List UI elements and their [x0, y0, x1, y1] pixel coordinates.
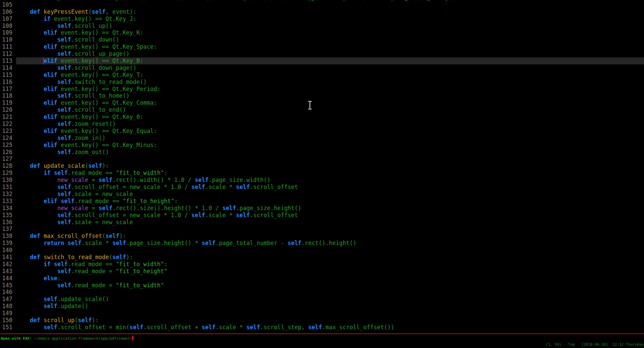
code-line-text[interactable]: self.zoom_reset(): [16, 120, 644, 128]
code-line[interactable]: 106 def keyPressEvent(self, event):: [0, 8, 644, 15]
code-line[interactable]: 110 self.scroll_down(): [0, 36, 644, 43]
code-line-text[interactable]: elif event.key() == Qt.Key_Minus:: [16, 142, 644, 149]
code-line[interactable]: 114 self.scroll_down_page(): [0, 64, 644, 71]
code-line[interactable]: 138 def max_scroll_offset(self):: [0, 233, 644, 240]
code-line[interactable]: 121 elif event.key() == Qt.Key_0:: [0, 113, 644, 120]
code-line-text[interactable]: self.scroll_offset = new_scale * 1.0 / s…: [16, 212, 644, 219]
code-line[interactable]: 119 elif event.key() == Qt.Key_Comma:: [0, 99, 644, 106]
code-line[interactable]: 117 elif event.key() == Qt.Key_Period:: [0, 86, 644, 93]
code-line[interactable]: 125 elif event.key() == Qt.Key_Minus:: [0, 142, 644, 149]
code-line[interactable]: 118 self.scroll_to_home(): [0, 92, 644, 99]
code-line[interactable]: 135 self.scroll_offset = new_scale * 1.0…: [0, 212, 644, 219]
line-number: 150: [0, 317, 16, 324]
code-line[interactable]: 137: [0, 226, 644, 233]
code-line[interactable]: 151 self.scroll_offset = min(self.scroll…: [0, 324, 644, 331]
code-line-text[interactable]: elif event.key() == Qt.Key_T:: [16, 71, 644, 79]
code-line-text[interactable]: elif event.key() == Qt.Key_Period:: [16, 86, 644, 93]
code-line[interactable]: 124 self.zoom_in(): [0, 135, 644, 142]
code-line[interactable]: 145 self.read_mode = "fit_to_width": [0, 282, 644, 289]
code-line[interactable]: 132 self.scale = new_scale: [0, 191, 644, 198]
code-line[interactable]: 147 self.update_scale(): [0, 296, 644, 303]
code-line-text[interactable]: new_scale = self.rect().width() * 1.0 / …: [16, 177, 644, 184]
code-line-text[interactable]: self.zoom_in(): [16, 135, 644, 142]
code-line-text[interactable]: new_scale = self.rect().size().height() …: [16, 205, 644, 212]
code-line[interactable]: 122 self.zoom_reset(): [0, 120, 644, 128]
code-line[interactable]: 127: [0, 155, 644, 162]
code-line-text[interactable]: elif event.key() == Qt.Key_B:: [16, 57, 644, 64]
line-number: 136: [0, 219, 16, 226]
code-line-text[interactable]: self.scroll_down_page(): [16, 64, 644, 71]
code-line[interactable]: 150 def scroll_up(self):: [0, 317, 644, 324]
code-line-text[interactable]: elif event.key() == Qt.Key_0:: [16, 113, 644, 120]
code-line-text[interactable]: self.scroll_to_end(): [16, 106, 644, 113]
code-line[interactable]: 107 if event.key() == Qt.Key_J:: [0, 15, 644, 22]
code-line-text[interactable]: self.scroll_down(): [16, 36, 644, 43]
code-line-text[interactable]: def switch_to_read_mode(self):: [16, 254, 644, 261]
code-line[interactable]: 113 elif event.key() == Qt.Key_B:: [0, 57, 644, 64]
code-area[interactable]: painter.drawPixmap(QRect((self.rect().wi…: [0, 0, 644, 331]
code-line-text[interactable]: self.read_mode = "fit_to_width": [16, 282, 644, 289]
code-line[interactable]: 115 elif event.key() == Qt.Key_T:: [0, 71, 644, 79]
code-line-text[interactable]: return self.scale * self.page_size.heigh…: [16, 240, 644, 247]
code-line[interactable]: 141 def switch_to_read_mode(self):: [0, 254, 644, 261]
code-line[interactable]: 140: [0, 247, 644, 254]
code-line[interactable]: 142 if self.read_mode == "fit_to_width":: [0, 261, 644, 268]
code-line-text[interactable]: if self.read_mode == "fit_to_width":: [16, 169, 644, 177]
code-line-text[interactable]: self.read_mode = "fit_to_height": [16, 268, 644, 275]
code-line-text[interactable]: if event.key() == Qt.Key_J:: [16, 15, 644, 22]
code-line[interactable]: 131 self.scroll_offset = new_scale * 1.0…: [0, 184, 644, 191]
code-line[interactable]: 144 else:: [0, 275, 644, 282]
code-line-text[interactable]: [16, 247, 644, 254]
code-line[interactable]: 139 return self.scale * self.page_size.h…: [0, 240, 644, 247]
code-line[interactable]: 116 self.switch_to_read_mode(): [0, 79, 644, 86]
code-line[interactable]: 130 new_scale = self.rect().width() * 1.…: [0, 177, 644, 184]
code-line-text[interactable]: [16, 226, 644, 233]
code-line-text[interactable]: if self.read_mode == "fit_to_width":: [16, 261, 644, 268]
code-line[interactable]: 149: [0, 310, 644, 317]
code-line-text[interactable]: def max_scroll_offset(self):: [16, 233, 644, 240]
code-line-text[interactable]: else:: [16, 275, 644, 282]
code-line[interactable]: 136 self.scale = new_scale: [0, 219, 644, 226]
code-line[interactable]: 108 self.scroll_up(): [0, 22, 644, 30]
minibuffer[interactable]: Open with EAF: ~/emacs-application-frame…: [1, 336, 134, 342]
code-line[interactable]: 109 elif event.key() == Qt.Key_K:: [0, 29, 644, 36]
code-line-text[interactable]: self.scroll_up_page(): [16, 50, 644, 57]
code-line-text[interactable]: elif event.key() == Qt.Key_K:: [16, 29, 644, 36]
code-line-text[interactable]: self.switch_to_read_mode(): [16, 79, 644, 86]
code-line[interactable]: 146: [0, 289, 644, 296]
code-line-text[interactable]: elif event.key() == Qt.Key_Comma:: [16, 99, 644, 106]
code-line[interactable]: 105: [0, 1, 644, 8]
code-line-text[interactable]: [16, 1, 644, 8]
code-line-text[interactable]: self.scroll_offset = min(self.scroll_off…: [16, 324, 644, 331]
code-line[interactable]: 126 self.zoom_out(): [0, 149, 644, 156]
code-line-text[interactable]: elif event.key() == Qt.Key_Space:: [16, 43, 644, 50]
code-line-text[interactable]: self.zoom_out(): [16, 149, 644, 156]
code-line[interactable]: 128 def update_scale(self):: [0, 162, 644, 169]
code-line[interactable]: 133 elif self.read_mode == "fit_to_heigh…: [0, 198, 644, 205]
code-line[interactable]: 148 self.update(): [0, 303, 644, 310]
code-line-text[interactable]: elif event.key() == Qt.Key_Equal:: [16, 128, 644, 135]
code-line-text[interactable]: self.update_scale(): [16, 296, 644, 303]
minibuffer-input[interactable]: ~/emacs-application-framework/app/pdfvie…: [34, 336, 132, 341]
code-line-text[interactable]: def keyPressEvent(self, event):: [16, 8, 644, 15]
code-line-text[interactable]: self.scroll_to_home(): [16, 92, 644, 99]
code-line-text[interactable]: self.update(): [16, 303, 644, 310]
code-line[interactable]: 129 if self.read_mode == "fit_to_width":: [0, 169, 644, 177]
code-line-text[interactable]: self.scroll_up(): [16, 22, 644, 30]
code-line-text[interactable]: def scroll_up(self):: [16, 317, 644, 324]
code-line-text[interactable]: def update_scale(self):: [16, 162, 644, 169]
code-line-text[interactable]: [16, 155, 644, 162]
code-line[interactable]: 120 self.scroll_to_end(): [0, 106, 644, 113]
code-line-text[interactable]: self.scroll_offset = new_scale * 1.0 / s…: [16, 184, 644, 191]
code-line-text[interactable]: elif self.read_mode == "fit_to_height":: [16, 198, 644, 205]
code-line[interactable]: 143 self.read_mode = "fit_to_height": [0, 268, 644, 275]
code-line[interactable]: 134 new_scale = self.rect().size().heigh…: [0, 205, 644, 212]
code-line[interactable]: 112 self.scroll_up_page(): [0, 50, 644, 57]
code-line-text[interactable]: self.scale = new_scale: [16, 219, 644, 226]
code-line-text[interactable]: self.scale = new_scale: [16, 191, 644, 198]
code-line[interactable]: 123 elif event.key() == Qt.Key_Equal:: [0, 128, 644, 135]
line-number: 107: [0, 15, 16, 22]
code-line[interactable]: 111 elif event.key() == Qt.Key_Space:: [0, 43, 644, 50]
code-line-text[interactable]: [16, 289, 644, 296]
code-line-text[interactable]: [16, 310, 644, 317]
